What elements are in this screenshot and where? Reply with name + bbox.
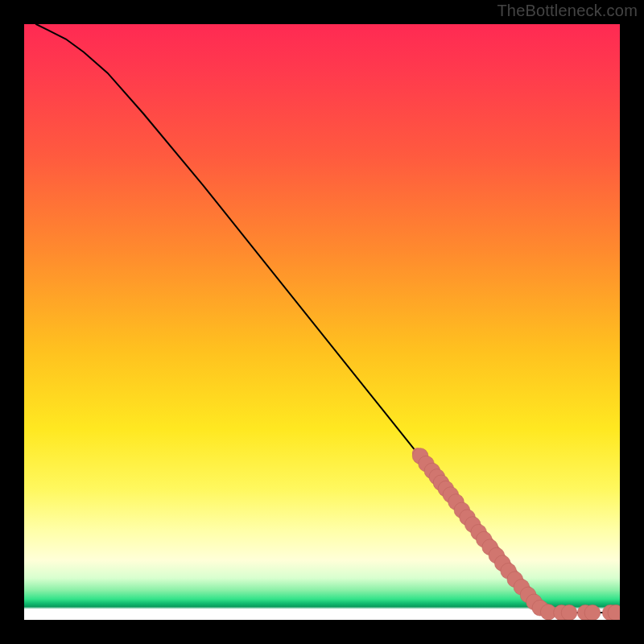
chart-frame: TheBottleneck.com — [0, 0, 644, 644]
watermark-text: TheBottleneck.com — [497, 2, 638, 20]
curve-line — [36, 24, 614, 613]
data-point — [584, 605, 601, 620]
chart-svg — [24, 24, 620, 620]
data-point — [561, 605, 577, 620]
plot-area — [24, 24, 620, 620]
